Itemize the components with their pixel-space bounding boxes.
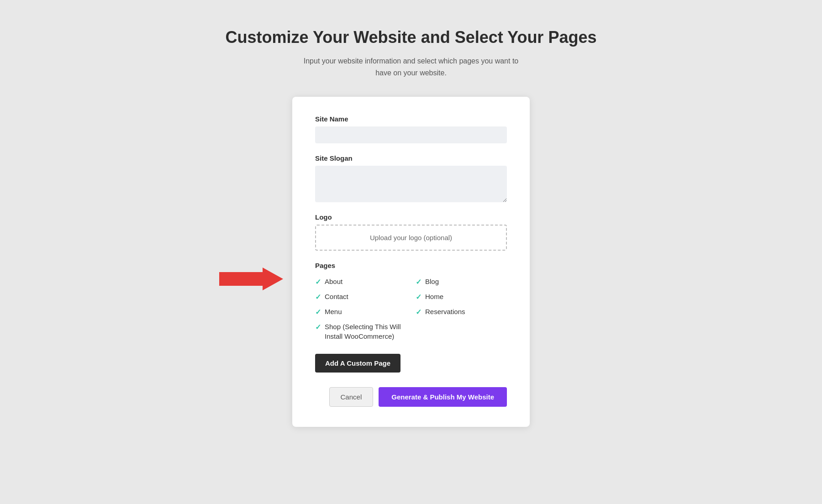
page-item-about[interactable]: ✓ About xyxy=(315,277,406,286)
page-label-blog: Blog xyxy=(425,277,439,286)
pages-grid: ✓ About ✓ Blog ✓ Contact ✓ Home xyxy=(315,277,507,341)
arrow-indicator xyxy=(219,268,283,292)
page-item-contact[interactable]: ✓ Contact xyxy=(315,292,406,301)
logo-upload-text: Upload your logo (optional) xyxy=(370,234,452,242)
page-item-blog[interactable]: ✓ Blog xyxy=(416,277,507,286)
site-name-label: Site Name xyxy=(315,115,507,123)
check-icon-home: ✓ xyxy=(416,293,422,301)
footer-actions: Cancel Generate & Publish My Website xyxy=(315,387,507,407)
page-label-reservations: Reservations xyxy=(425,307,465,316)
add-custom-page-button[interactable]: Add A Custom Page xyxy=(315,354,400,373)
svg-marker-0 xyxy=(219,268,283,290)
site-slogan-input[interactable] xyxy=(315,166,507,202)
page-label-home: Home xyxy=(425,292,443,301)
logo-label: Logo xyxy=(315,213,507,221)
pages-label: Pages xyxy=(315,262,507,269)
check-icon-reservations: ✓ xyxy=(416,308,422,316)
generate-publish-button[interactable]: Generate & Publish My Website xyxy=(379,387,507,407)
logo-upload-area[interactable]: Upload your logo (optional) xyxy=(315,225,507,251)
page-label-contact: Contact xyxy=(325,292,348,301)
check-icon-about: ✓ xyxy=(315,278,321,286)
form-card: Site Name Site Slogan Logo Upload your l… xyxy=(292,97,530,427)
page-item-reservations[interactable]: ✓ Reservations xyxy=(416,307,507,316)
check-icon-menu: ✓ xyxy=(315,308,321,316)
page-item-menu[interactable]: ✓ Menu xyxy=(315,307,406,316)
page-wrapper: Customize Your Website and Select Your P… xyxy=(206,27,616,427)
site-name-input[interactable] xyxy=(315,126,507,143)
check-icon-shop: ✓ xyxy=(315,323,321,331)
page-item-home[interactable]: ✓ Home xyxy=(416,292,507,301)
page-label-about: About xyxy=(325,277,342,286)
page-label-shop: Shop (Selecting This Will Install WooCom… xyxy=(325,322,406,341)
page-title: Customize Your Website and Select Your P… xyxy=(226,27,597,47)
page-label-menu: Menu xyxy=(325,307,342,316)
site-slogan-label: Site Slogan xyxy=(315,154,507,162)
check-icon-blog: ✓ xyxy=(416,278,422,286)
page-subtitle: Input your website information and selec… xyxy=(297,55,525,79)
cancel-button[interactable]: Cancel xyxy=(329,387,374,407)
page-item-shop[interactable]: ✓ Shop (Selecting This Will Install WooC… xyxy=(315,322,406,341)
check-icon-contact: ✓ xyxy=(315,293,321,301)
